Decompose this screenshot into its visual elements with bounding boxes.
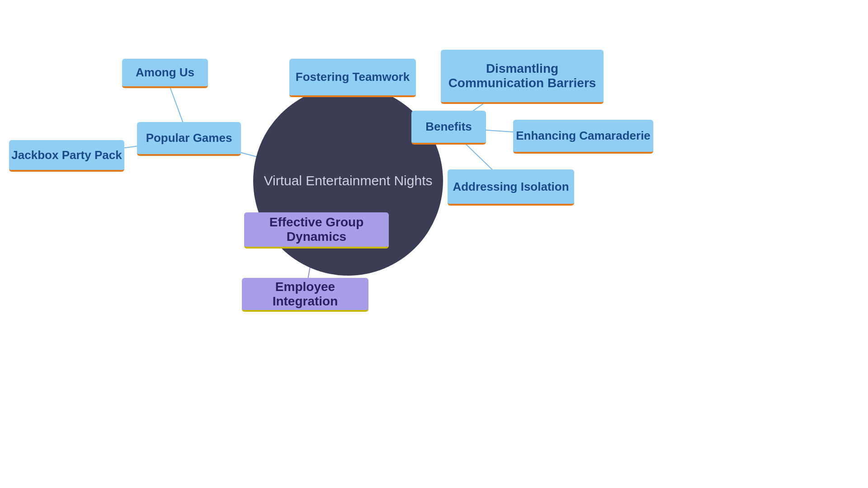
among-us-label: Among Us [136, 66, 194, 80]
fostering-teamwork-node[interactable]: Fostering Teamwork [289, 59, 416, 97]
among-us-node[interactable]: Among Us [122, 59, 208, 88]
employee-integration-node[interactable]: Employee Integration [242, 278, 368, 312]
addressing-isolation-node[interactable]: Addressing Isolation [448, 169, 574, 206]
popular-games-label: Popular Games [146, 131, 232, 145]
benefits-node[interactable]: Benefits [411, 111, 486, 145]
center-label: Virtual Entertainment Nights [255, 162, 442, 199]
camaraderie-node[interactable]: Enhancing Camaraderie [513, 120, 653, 154]
fostering-label: Fostering Teamwork [296, 70, 410, 84]
jackbox-node[interactable]: Jackbox Party Pack [9, 140, 124, 172]
popular-games-node[interactable]: Popular Games [137, 122, 241, 156]
group-dynamics-node[interactable]: Effective Group Dynamics [244, 212, 389, 249]
jackbox-label: Jackbox Party Pack [11, 148, 122, 162]
group-dynamics-label: Effective Group Dynamics [244, 215, 389, 244]
dismantling-node[interactable]: Dismantling Communication Barriers [441, 50, 604, 104]
benefits-label: Benefits [425, 120, 472, 134]
dismantling-label: Dismantling Communication Barriers [445, 61, 599, 90]
addressing-label: Addressing Isolation [453, 180, 569, 194]
employee-integration-label: Employee Integration [242, 280, 368, 309]
camaraderie-label: Enhancing Camaraderie [516, 129, 651, 143]
